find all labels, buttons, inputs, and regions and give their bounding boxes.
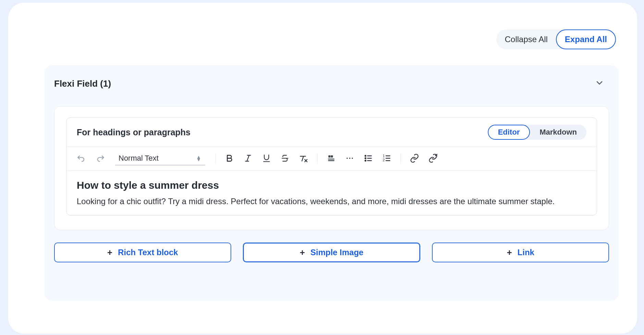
ordered-list-icon: 12 — [382, 153, 392, 164]
redo-icon — [95, 153, 105, 164]
editor-content-area[interactable]: How to style a summer dress Looking for … — [66, 171, 597, 215]
svg-line-5 — [302, 156, 304, 161]
editor-toolbar: Normal Text ▲▼ — [66, 147, 597, 171]
editor-description: For headings or paragraphs — [77, 127, 190, 137]
editor-mode-toggle: Editor Markdown — [488, 125, 586, 140]
strikethrough-button[interactable] — [278, 152, 292, 165]
italic-icon — [244, 154, 252, 164]
strikethrough-icon — [281, 154, 289, 164]
blockquote-button[interactable] — [324, 152, 338, 165]
redo-button[interactable] — [93, 152, 107, 165]
more-divider-button[interactable] — [343, 152, 357, 165]
expand-collapse-group: Collapse All Expand All — [496, 29, 616, 49]
content-heading: How to style a summer dress — [77, 179, 586, 191]
bold-icon — [225, 154, 234, 164]
add-link-label: Link — [518, 248, 534, 257]
add-block-row: + Rich Text block + Simple Image + Link — [54, 243, 609, 262]
flexi-field-title: Flexi Field (1) — [54, 78, 111, 89]
plus-icon: + — [507, 247, 512, 258]
svg-text:1: 1 — [383, 153, 385, 158]
unlink-icon — [428, 153, 438, 164]
svg-line-2 — [247, 155, 249, 161]
content-body: Looking for a chic outfit? Try a midi dr… — [77, 197, 586, 206]
markdown-mode-button[interactable]: Markdown — [530, 125, 586, 140]
flexi-field-header[interactable]: Flexi Field (1) — [45, 65, 619, 89]
underline-icon — [262, 154, 271, 164]
blockquote-icon — [326, 153, 336, 164]
editor-description-row: For headings or paragraphs Editor Markdo… — [66, 118, 597, 147]
add-rich-text-block-button[interactable]: + Rich Text block — [54, 243, 231, 262]
link-button[interactable] — [408, 152, 421, 165]
collapse-all-button[interactable]: Collapse All — [496, 29, 556, 49]
italic-button[interactable] — [241, 152, 255, 165]
add-link-button[interactable]: + Link — [432, 243, 609, 262]
add-simple-image-button[interactable]: + Simple Image — [243, 243, 421, 262]
svg-point-11 — [349, 158, 350, 159]
unlink-button[interactable] — [426, 152, 440, 165]
clear-format-button[interactable] — [297, 152, 310, 165]
svg-text:2: 2 — [383, 158, 385, 162]
flexi-field-panel: Flexi Field (1) For headings or paragrap… — [45, 65, 619, 301]
toolbar-separator — [215, 153, 216, 164]
svg-point-10 — [347, 158, 348, 159]
select-arrows-icon: ▲▼ — [196, 156, 201, 161]
clear-format-icon — [299, 153, 308, 164]
add-rich-text-label: Rich Text block — [118, 248, 178, 257]
svg-point-13 — [365, 155, 366, 156]
svg-point-14 — [365, 158, 366, 159]
plus-icon: + — [107, 247, 112, 258]
undo-icon — [77, 153, 86, 164]
bullet-list-button[interactable] — [361, 152, 375, 165]
plus-icon: + — [300, 247, 305, 258]
ordered-list-button[interactable]: 12 — [380, 152, 394, 165]
underline-button[interactable] — [260, 152, 273, 165]
svg-point-12 — [352, 158, 353, 159]
main-card: Collapse All Expand All Flexi Field (1) … — [8, 3, 637, 334]
more-dots-icon — [345, 154, 354, 164]
text-format-select[interactable]: Normal Text ▲▼ — [115, 152, 205, 165]
toolbar-separator — [317, 153, 318, 164]
link-icon — [410, 153, 419, 164]
bullet-list-icon — [363, 153, 373, 164]
svg-point-15 — [365, 160, 366, 161]
expand-all-button[interactable]: Expand All — [556, 29, 616, 49]
text-format-value: Normal Text — [119, 154, 159, 163]
bold-button[interactable] — [223, 152, 236, 165]
toolbar-separator — [400, 153, 401, 164]
rich-text-editor-card: For headings or paragraphs Editor Markdo… — [54, 106, 609, 230]
editor-inner-box: For headings or paragraphs Editor Markdo… — [66, 117, 597, 215]
add-simple-image-label: Simple Image — [310, 248, 363, 257]
chevron-down-icon[interactable] — [595, 78, 604, 89]
undo-button[interactable] — [75, 152, 88, 165]
editor-mode-button[interactable]: Editor — [488, 125, 530, 140]
